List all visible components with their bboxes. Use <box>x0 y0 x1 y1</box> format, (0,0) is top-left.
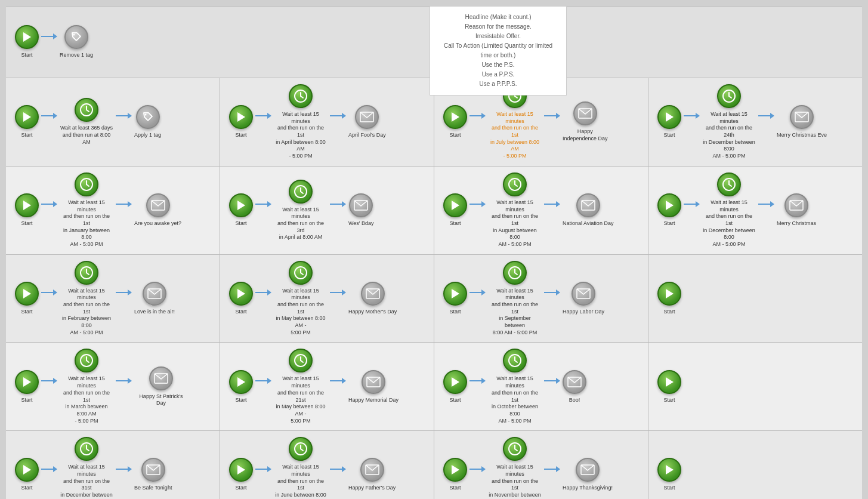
workflow-node: Wait at least 365 days and then run at 8… <box>60 98 113 146</box>
svg-line-20 <box>301 96 303 98</box>
node-label: Happy Labor Day <box>563 309 604 316</box>
start-icon[interactable] <box>15 25 39 49</box>
workflow-node: Wait at least 15 minutes and then run on… <box>488 173 542 248</box>
svg-marker-73 <box>237 377 245 387</box>
connector-arrow <box>469 466 486 472</box>
workflow-node: Start <box>657 370 681 404</box>
start-icon[interactable] <box>657 105 681 129</box>
svg-line-25 <box>515 96 517 98</box>
svg-line-35 <box>87 184 89 186</box>
connector-arrow <box>544 378 560 384</box>
start-icon[interactable] <box>443 105 467 129</box>
workflow-node: National Aviation Day <box>563 193 613 227</box>
node-label: Wait at least 15 minutes and then run on… <box>488 199 542 248</box>
start-icon[interactable] <box>229 458 253 482</box>
connector-arrow <box>684 201 700 207</box>
connector-arrow <box>330 201 346 207</box>
node-label: Happy St Patrick's Day <box>134 393 188 407</box>
workflow-node: Wait at least 15 minutes and then run on… <box>274 180 328 241</box>
start-icon[interactable] <box>443 282 467 306</box>
node-label: Start <box>663 220 675 227</box>
start-icon[interactable] <box>443 458 467 482</box>
workflow-row: Start Wait at least 15 minutes and then … <box>6 430 862 499</box>
workflow-node: Start <box>15 370 39 404</box>
svg-line-55 <box>87 273 89 275</box>
mail-icon <box>784 193 808 217</box>
connector-arrow <box>330 466 346 472</box>
mail-icon <box>149 366 173 390</box>
node-label: Remove 1 tag <box>60 52 93 59</box>
svg-marker-52 <box>23 289 31 298</box>
node-label: Boo! <box>569 397 580 404</box>
svg-line-87 <box>87 449 89 451</box>
svg-line-71 <box>87 361 89 362</box>
workflow-node: Happy Father's Day <box>348 458 396 492</box>
start-icon[interactable] <box>229 282 253 306</box>
workflow-node: Start <box>443 105 467 139</box>
svg-marker-68 <box>23 377 31 387</box>
svg-marker-99 <box>666 465 674 475</box>
start-icon[interactable] <box>443 193 467 217</box>
workflow-node: Wait at least 15 minutes and then run on… <box>702 84 756 160</box>
workflow-node: Love is in the air! <box>134 282 175 316</box>
start-icon[interactable] <box>229 193 253 217</box>
node-label: Wait at least 15 minutes and then run on… <box>488 288 542 337</box>
node-label: Wait at least 15 minutes and then run on… <box>60 375 113 424</box>
mail-icon <box>355 105 379 129</box>
svg-line-81 <box>515 361 517 362</box>
node-label: Start <box>21 220 32 227</box>
connector-arrow <box>116 466 132 472</box>
clock-icon <box>289 437 313 461</box>
connector-arrow <box>544 201 560 207</box>
tooltip-line6: Use a P.P.S. <box>439 70 557 79</box>
sequence: Start Wait at least 15 minutes and then … <box>220 78 434 166</box>
start-icon[interactable] <box>15 105 39 129</box>
start-icon[interactable] <box>657 370 681 394</box>
mail-icon <box>141 458 165 482</box>
tooltip-line7: Use a P.P.P.S. <box>439 79 557 89</box>
start-icon[interactable] <box>15 282 39 306</box>
mail-icon <box>573 101 597 125</box>
mail-icon <box>790 105 814 129</box>
start-icon[interactable] <box>657 193 681 217</box>
node-label: April Fool's Day <box>348 132 386 139</box>
connector-arrow <box>116 378 132 384</box>
connector-arrow <box>116 289 132 295</box>
connector-arrow <box>469 113 486 119</box>
start-icon[interactable] <box>657 282 681 306</box>
workflow-node: Start <box>657 282 681 316</box>
svg-point-11 <box>144 114 146 116</box>
workflow-node: Start <box>15 25 39 59</box>
node-label: Start <box>21 397 32 404</box>
svg-line-50 <box>729 184 731 186</box>
start-icon[interactable] <box>229 370 253 394</box>
svg-marker-57 <box>237 289 245 298</box>
start-icon[interactable] <box>15 193 39 217</box>
start-icon[interactable] <box>443 370 467 394</box>
svg-marker-67 <box>666 289 674 298</box>
svg-line-60 <box>301 273 303 275</box>
start-icon[interactable] <box>657 458 681 482</box>
connector-arrow <box>255 289 271 295</box>
node-label: Start <box>235 132 246 139</box>
start-icon[interactable] <box>229 105 253 129</box>
sequence: Start Wait at least 15 minutes and then … <box>220 343 434 430</box>
node-label: Start <box>21 309 32 316</box>
svg-line-16 <box>144 113 144 117</box>
workflow-node: Merry Christmas Eve <box>777 105 827 139</box>
start-icon[interactable] <box>15 370 39 394</box>
clock-icon <box>75 261 98 285</box>
start-icon[interactable] <box>15 458 39 482</box>
node-label: Wait at least 15 minutes and then run on… <box>274 375 328 424</box>
node-label: Wait at least 15 minutes and then run on… <box>488 111 542 160</box>
mail-icon <box>143 282 166 306</box>
node-label: Start <box>21 485 32 492</box>
workflow-node: Wait at least 15 minutes and then run on… <box>488 84 542 160</box>
mail-icon <box>563 370 586 394</box>
clock-icon <box>75 173 98 196</box>
svg-line-10 <box>87 110 89 112</box>
node-label: Wait at least 15 minutes and then run on… <box>60 464 113 499</box>
node-label: Happy Father's Day <box>348 485 396 492</box>
node-label: Happy Independence Day <box>563 128 608 142</box>
tooltip-line2: Reason for the message. <box>439 22 557 32</box>
